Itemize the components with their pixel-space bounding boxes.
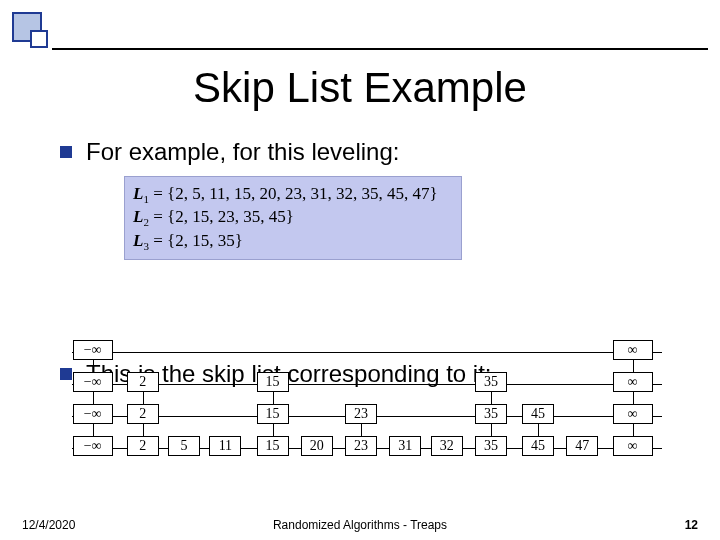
level-name: L [133,207,143,226]
level-name: L [133,231,143,250]
skip-node: 5 [168,436,200,456]
skip-node: 15 [257,436,289,456]
skip-node: 45 [522,436,554,456]
page-title: Skip List Example [0,64,720,112]
skip-rail [72,352,662,353]
skip-node: 11 [209,436,241,456]
skip-node: 35 [475,404,507,424]
skip-node: 23 [345,404,377,424]
level-set: = {2, 15, 23, 35, 45} [153,207,294,226]
skip-node: 35 [475,436,507,456]
corner-squares-icon [8,8,52,52]
skip-node-posinf: ∞ [613,340,653,360]
skip-node: 20 [301,436,333,456]
skip-level-1: −∞ 2 5 11 15 20 23 31 32 35 45 47 ∞ [72,434,662,458]
skip-node-neginf: −∞ [73,372,113,392]
skip-node: 32 [431,436,463,456]
bullet-1: For example, for this leveling: [60,138,680,166]
skip-node-posinf: ∞ [613,404,653,424]
footer-page: 12 [685,518,698,532]
footer-title: Randomized Algorithms - Treaps [0,518,720,532]
skip-node-neginf: −∞ [73,436,113,456]
skip-node: 31 [389,436,421,456]
skip-node-neginf: −∞ [73,404,113,424]
skip-node: 15 [257,404,289,424]
skip-vlink [93,350,94,446]
level-name: L [133,184,143,203]
skip-level-2: −∞ 2 15 23 35 45 ∞ [72,402,662,426]
bullet-1-text: For example, for this leveling: [86,138,399,166]
level-line-3: L3 = {2, 15, 35} [133,230,453,253]
skip-node: 15 [257,372,289,392]
skip-node-posinf: ∞ [613,372,653,392]
skip-node: 2 [127,404,159,424]
square-bullet-icon [60,368,72,380]
title-rule [52,48,708,50]
skip-node: 47 [566,436,598,456]
level-line-1: L1 = {2, 5, 11, 15, 20, 23, 31, 32, 35, … [133,183,453,206]
skip-node: 2 [127,372,159,392]
level-set: = {2, 5, 11, 15, 20, 23, 31, 32, 35, 45,… [153,184,438,203]
skip-node: 45 [522,404,554,424]
level-sub: 3 [143,240,149,252]
skip-node: 2 [127,436,159,456]
level-set: = {2, 15, 35} [153,231,243,250]
level-sub: 2 [143,217,149,229]
slide-footer: 12/4/2020 Randomized Algorithms - Treaps… [0,512,720,532]
level-sub: 1 [143,193,149,205]
level-sets-box: L1 = {2, 5, 11, 15, 20, 23, 31, 32, 35, … [124,176,462,260]
skip-node-neginf: −∞ [73,340,113,360]
skip-node-posinf: ∞ [613,436,653,456]
skip-level-4: −∞ ∞ [72,338,662,362]
skip-list-diagram: −∞ ∞ −∞ 2 15 35 ∞ −∞ 2 15 23 35 45 ∞ −∞ [72,338,662,478]
square-bullet-icon [60,146,72,158]
skip-rail [72,384,662,385]
skip-node: 23 [345,436,377,456]
skip-vlink [633,350,634,446]
level-line-2: L2 = {2, 15, 23, 35, 45} [133,206,453,229]
skip-node: 35 [475,372,507,392]
skip-level-3: −∞ 2 15 35 ∞ [72,370,662,394]
